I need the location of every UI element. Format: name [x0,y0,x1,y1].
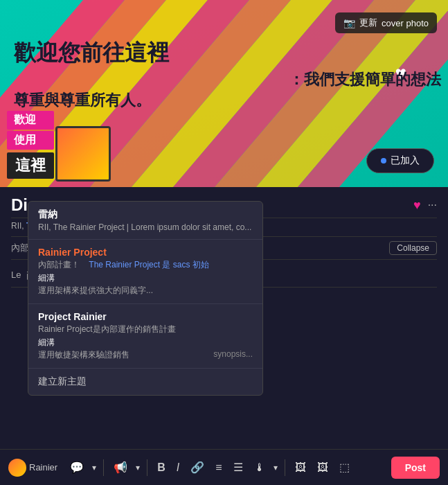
list-item[interactable]: Rainier Project 內部計畫！ The Rainier Projec… [28,240,262,304]
cover-title-block: 歡迎您前往這裡 [14,38,169,69]
item-title: Project Rainier [38,311,253,322]
avatar [55,126,111,182]
joined-button[interactable]: 已加入 [366,148,434,173]
item-title: 雷納 [38,209,253,221]
cover-title: 歡迎您前往這裡 [14,38,169,69]
item-subtitle: 內部計畫！ The Rainier Project 是 sacs 初始 [38,259,253,271]
collapse-button[interactable]: Collapse [389,241,437,255]
message-type-button[interactable]: 💬 [66,458,88,477]
joined-label: 已加入 [391,155,420,167]
list-item[interactable]: Project Rainier Rainier Project是內部運作的銷售計… [28,304,262,369]
user-info: Rainier [8,459,57,477]
toolbar-separator-2 [147,459,147,476]
announce-button[interactable]: 📢 [109,458,132,477]
list-item[interactable]: 雷納 RII, The Rainier Project | Lorem ipsu… [28,202,262,240]
like-button[interactable]: ♥ [413,198,421,213]
bottom-toolbar: Rainier 💬 ▾ 📢 ▾ B I 🔗 ≡ ☰ 🌡 ▾ 🖼 🖼 ⬚ Post [0,449,448,485]
item-desc2: 運用敏捷架構來驗證銷售 synopsis... [38,349,253,361]
cover-sub2: 尊重與尊重所有人。 [14,90,151,111]
post-button[interactable]: Post [391,457,440,479]
item-desc-label2: 細溝 [38,337,253,349]
image-button[interactable]: 🖼 [291,459,310,477]
user-name: Rainier [29,462,57,473]
color-button[interactable]: 🌡 [250,459,269,477]
item-desc-label: 細溝 [38,272,253,284]
announce-dropdown[interactable]: ▾ [134,461,141,474]
badge-use: 使用 [7,131,54,150]
subtitle-label: 內部計畫！ [38,260,80,270]
joined-dot [381,158,386,164]
update-label: 更新 [359,17,377,29]
item-desc: RII, The Rainier Project | Lorem ipsum d… [38,222,253,232]
dropdown-menu: 雷納 RII, The Rainier Project | Lorem ipsu… [28,201,263,396]
update-cover-button[interactable]: 📷 更新 cover photo [335,12,437,33]
subtitle-text: RII, [11,221,26,231]
cover-photo-area: 📷 更新 cover photo 歡迎您前往這裡 ♥ ：我們支援簡單的想法 尊重… [0,0,448,187]
new-item-label: 建立新主題 [38,376,87,387]
badge-welcome: 歡迎 [7,111,54,130]
italic-button[interactable]: I [172,459,183,477]
profile-badge-area: 歡迎 使用 這裡 [7,111,54,179]
bold-button[interactable]: B [153,459,170,477]
posts-label: Le [11,270,21,283]
cover-subtitle: ：我們支援簡單的想法 [289,69,441,90]
color-dropdown[interactable]: ▾ [272,461,279,474]
more-options-button[interactable]: ··· [428,199,437,211]
synopsis-label: synopsis... [213,349,253,359]
avatar-small [8,459,26,477]
item-desc: 運用架構來提供強大的同義字... [38,285,253,297]
subtitle-link: The Rainier Project 是 sacs 初始 [89,260,208,270]
align-button[interactable]: ≡ [211,459,226,477]
message-dropdown[interactable]: ▾ [91,461,98,474]
cover-photo-label: cover photo [382,18,429,28]
embed-button[interactable]: ⬚ [335,458,354,477]
header-actions: ♥ ··· [413,198,437,213]
media-button[interactable]: 🖼 [313,459,332,477]
dropdown-scroll[interactable]: 雷納 RII, The Rainier Project | Lorem ipsu… [28,202,262,395]
badge-here: 這裡 [7,152,54,179]
camera-icon: 📷 [343,17,355,28]
link-button[interactable]: 🔗 [186,458,208,477]
toolbar-separator-3 [285,459,285,476]
toolbar-separator [103,459,104,476]
item-subtitle2: Rainier Project是內部運作的銷售計畫 [38,324,253,335]
item-title: Rainier Project [38,247,253,258]
list-button[interactable]: ☰ [229,458,247,477]
create-new-item[interactable]: 建立新主題 [28,369,262,395]
